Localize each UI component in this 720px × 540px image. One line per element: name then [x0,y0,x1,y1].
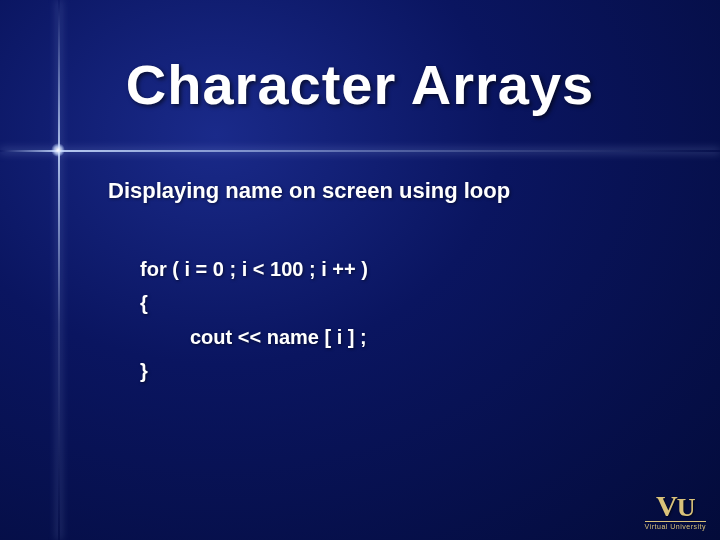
code-line-open-brace: { [140,286,368,320]
decorative-flare-horizontal [0,150,720,152]
code-line-for: for ( i = 0 ; i < 100 ; i ++ ) [140,252,368,286]
decorative-flare-core [51,143,65,157]
slide-title: Character Arrays [0,52,720,117]
code-line-cout: cout << name [ i ] ; [140,320,368,354]
vu-logo: VU Virtual University [645,493,706,530]
logo-initials: VU [645,493,706,519]
logo-text: Virtual University [645,521,706,530]
code-block: for ( i = 0 ; i < 100 ; i ++ ) { cout <<… [140,252,368,388]
code-line-close-brace: } [140,354,368,388]
slide-subtitle: Displaying name on screen using loop [108,178,510,204]
